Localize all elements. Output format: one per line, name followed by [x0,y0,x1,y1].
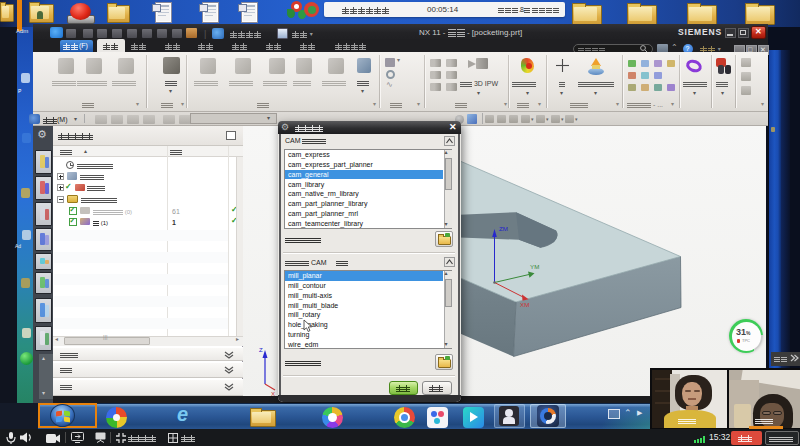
svg-text:XM: XM [520,301,529,308]
svg-text:ZM: ZM [499,225,508,232]
svg-text:Z: Z [259,347,263,353]
svg-text:YM: YM [530,263,539,270]
